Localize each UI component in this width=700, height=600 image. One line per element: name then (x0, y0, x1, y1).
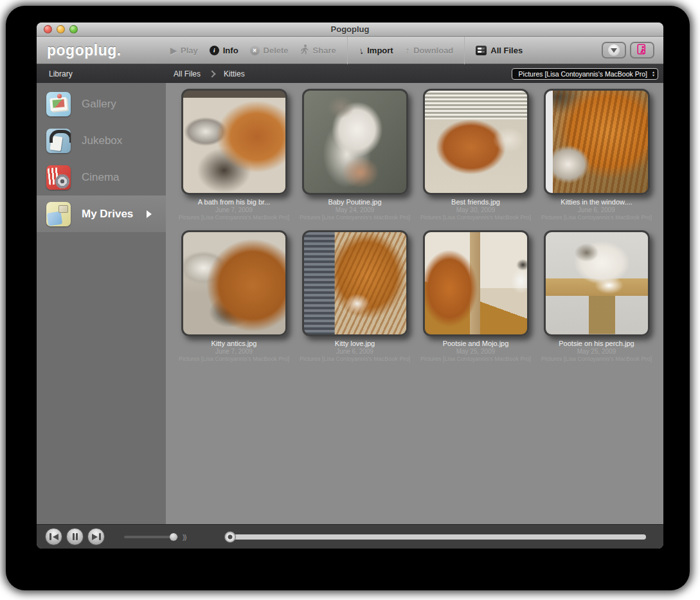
sidebar-item-label: Gallery (82, 98, 116, 111)
photo-grid: A bath from his big br... June 7, 2009 P… (166, 83, 663, 524)
photo-title: Baby Poutine.jpg (294, 198, 415, 206)
sidebar-item-cinema[interactable]: Cinema (37, 159, 166, 195)
sidebar-item-label: Jukebox (82, 134, 122, 147)
photo-cell: Baby Poutine.jpg May 24, 2009 Pictures [… (294, 89, 415, 221)
pause-button[interactable] (66, 528, 84, 545)
photo-date: May 30, 2009 (415, 206, 536, 214)
toolbar-separator (347, 37, 348, 64)
play-button[interactable]: ▶ Play (170, 46, 198, 55)
exit-button[interactable] (630, 42, 654, 59)
progress-knob[interactable] (224, 531, 236, 543)
progress-slider[interactable] (226, 534, 646, 540)
play-icon: ▶ (170, 46, 177, 55)
photo-title: Pootsie on his perch.jpg (536, 340, 657, 347)
disclosure-arrow-icon (147, 210, 152, 218)
photo-thumbnail[interactable] (544, 230, 650, 336)
import-icon: ↓ (357, 44, 364, 56)
all-files-icon (476, 46, 487, 55)
breadcrumb-bar: Library All Files Kitties Pictures [Lisa… (37, 64, 663, 83)
chevron-right-icon (208, 70, 215, 77)
photo-thumbnail[interactable] (181, 89, 287, 195)
all-files-label: All Files (490, 46, 523, 55)
drive-select-value: Pictures [Lisa Contoyannis's MacBook Pro… (519, 70, 647, 78)
all-files-button[interactable]: All Files (476, 46, 523, 55)
play-label: Play (181, 46, 198, 55)
photo-thumbnail[interactable] (544, 89, 650, 195)
photo-title: Kitty love.jpg (294, 340, 415, 347)
import-label: Import (367, 46, 393, 55)
select-arrows-icon: ▴▾ (652, 71, 654, 77)
next-button[interactable] (87, 528, 105, 545)
cinema-icon (46, 165, 71, 190)
photo-source: Pictures [Lisa Contoyannis's MacBook Pro… (536, 356, 657, 362)
import-button[interactable]: ↓ Import (359, 45, 393, 56)
photo-date: May 25, 2009 (415, 348, 536, 355)
download-button[interactable]: ↑ Download (405, 45, 454, 56)
photo-thumbnail[interactable] (181, 230, 287, 336)
window-title: Pogoplug (37, 24, 663, 34)
photo-date: May 25, 2009 (536, 348, 657, 355)
breadcrumb: All Files Kitties (174, 69, 245, 78)
photo-title: A bath from his big br... (174, 198, 294, 206)
photo-cell: Pootsie and Mojo.jpg May 25, 2009 Pictur… (415, 230, 536, 362)
info-icon: i (210, 46, 219, 55)
sidebar: Gallery Jukebox Cinema My Drives (37, 83, 166, 524)
jukebox-icon (46, 129, 71, 153)
info-button[interactable]: i Info (210, 46, 238, 55)
toolbar-separator (464, 37, 465, 64)
sidebar-item-label: Cinema (82, 171, 120, 184)
next-icon (92, 534, 98, 540)
toolbar: pogoplug. ▶ Play i Info ✕ Delete Share ↓ (37, 37, 663, 64)
photo-thumbnail[interactable] (302, 89, 408, 195)
my-drives-icon (46, 202, 71, 226)
photo-title: Kitty antics.jpg (174, 340, 294, 347)
photo-thumbnail[interactable] (423, 230, 529, 336)
drive-select[interactable]: Pictures [Lisa Contoyannis's MacBook Pro… (512, 68, 658, 80)
photo-date: June 7, 2009 (174, 348, 294, 355)
exit-icon (637, 44, 647, 57)
photo-cell: Kitty antics.jpg June 7, 2009 Pictures [… (174, 230, 294, 362)
sidebar-item-gallery[interactable]: Gallery (37, 86, 166, 122)
pause-icon (73, 533, 75, 540)
photo-title: Pootsie and Mojo.jpg (415, 340, 536, 347)
volume-knob[interactable] (170, 533, 177, 541)
info-label: Info (223, 46, 238, 55)
sync-button[interactable] (602, 42, 626, 59)
title-bar[interactable]: Pogoplug (37, 23, 663, 37)
photo-source: Pictures [Lisa Contoyannis's MacBook Pro… (415, 214, 536, 221)
breadcrumb-kitties: Kitties (224, 69, 245, 78)
photo-date: June 6, 2009 (294, 348, 415, 355)
photo-cell: Kitties in the window.... June 6, 2009 P… (536, 89, 657, 221)
photo-source: Pictures [Lisa Contoyannis's MacBook Pro… (174, 356, 294, 362)
share-icon (300, 44, 309, 57)
delete-label: Delete (264, 46, 289, 55)
sidebar-item-jukebox[interactable]: Jukebox (37, 122, 166, 159)
pogoplug-window: Pogoplug pogoplug. ▶ Play i Info ✕ Delet… (37, 23, 663, 549)
photo-source: Pictures [Lisa Contoyannis's MacBook Pro… (294, 214, 415, 221)
gallery-icon (46, 92, 71, 116)
photo-date: June 7, 2009 (174, 206, 294, 214)
breadcrumb-all-files[interactable]: All Files (174, 69, 201, 78)
photo-source: Pictures [Lisa Contoyannis's MacBook Pro… (415, 356, 536, 362)
share-button[interactable]: Share (300, 44, 336, 57)
download-circle-icon (608, 44, 620, 56)
pogoplug-logo: pogoplug. (47, 42, 138, 59)
photo-source: Pictures [Lisa Contoyannis's MacBook Pro… (536, 214, 657, 221)
photo-title: Best friends.jpg (415, 198, 536, 206)
playback-bar: )) (37, 524, 663, 549)
delete-button[interactable]: ✕ Delete (250, 46, 289, 55)
sidebar-item-my-drives[interactable]: My Drives (37, 195, 166, 232)
photo-source: Pictures [Lisa Contoyannis's MacBook Pro… (174, 214, 294, 221)
photo-source: Pictures [Lisa Contoyannis's MacBook Pro… (294, 356, 415, 362)
photo-thumbnail[interactable] (423, 89, 529, 195)
photo-cell: Pootsie on his perch.jpg May 25, 2009 Pi… (536, 230, 657, 362)
photo-title: Kitties in the window.... (536, 198, 657, 206)
photo-cell: Best friends.jpg May 30, 2009 Pictures [… (415, 89, 536, 221)
library-label: Library (49, 69, 174, 78)
volume-slider[interactable] (124, 536, 178, 538)
share-label: Share (313, 46, 336, 55)
previous-button[interactable] (45, 528, 62, 545)
photo-thumbnail[interactable] (302, 230, 408, 336)
delete-icon: ✕ (250, 46, 260, 55)
photo-date: May 24, 2009 (294, 206, 415, 214)
